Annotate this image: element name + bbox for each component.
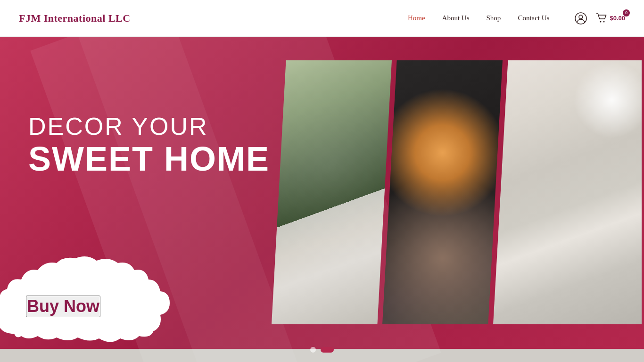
cart-button[interactable]: 0 $0.00 [595,12,625,25]
hero-line2: SWEET HOME [28,140,270,178]
nav-about[interactable]: About Us [442,14,470,22]
buy-now-button[interactable]: Buy Now [26,296,100,317]
strip-fill-lamp [382,60,503,324]
hero-dots [310,347,334,353]
cart-icon [595,12,608,25]
hero-image-strips [257,60,644,324]
hero-line1: DECOR YOUR [28,112,270,140]
hero-text: DECOR YOUR SWEET HOME [28,112,270,178]
svg-point-1 [579,15,583,19]
account-icon [575,12,587,25]
hero-section: DECOR YOUR SWEET HOME Buy Now [0,37,644,362]
cart-badge: 0 [623,9,630,16]
cart-price: $0.00 [610,15,625,22]
dot-1[interactable] [310,347,316,353]
dot-2[interactable] [321,347,334,353]
image-strip-2 [382,60,503,324]
image-strip-1 [272,60,392,324]
nav-contact[interactable]: Contact Us [518,14,549,22]
logo: FJM International LLC [19,12,131,25]
strip-fill-room [493,60,642,324]
main-nav: Home About Us Shop Contact Us 0 $0.00 [408,12,625,25]
image-strip-3 [493,60,642,324]
nav-icons: 0 $0.00 [575,12,625,25]
svg-point-3 [603,21,605,22]
header: FJM International LLC Home About Us Shop… [0,0,644,37]
account-button[interactable] [575,12,587,25]
svg-point-2 [600,21,602,22]
nav-shop[interactable]: Shop [487,14,501,22]
strip-fill-plants [272,60,392,324]
nav-home[interactable]: Home [408,14,425,22]
